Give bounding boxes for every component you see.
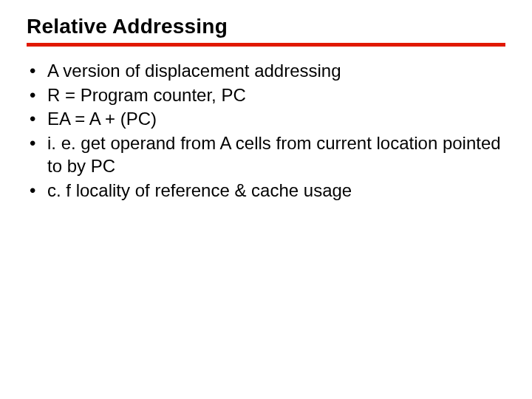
list-item: A version of displacement addressing <box>27 60 505 83</box>
list-item-text: EA = A + (PC) <box>47 109 157 129</box>
list-item-text: R = Program counter, PC <box>47 85 246 105</box>
slide: Relative Addressing A version of displac… <box>0 0 532 399</box>
title-underline <box>27 43 505 47</box>
slide-title: Relative Addressing <box>27 15 505 38</box>
list-item: c. f locality of reference & cache usage <box>27 180 505 202</box>
list-item: i. e. get operand from A cells from curr… <box>27 132 505 177</box>
list-item-text: A version of displacement addressing <box>47 61 341 81</box>
list-item-text: c. f locality of reference & cache usage <box>47 180 352 200</box>
list-item: R = Program counter, PC <box>27 84 505 107</box>
list-item-text: i. e. get operand from A cells from curr… <box>47 133 501 176</box>
bullet-list: A version of displacement addressing R =… <box>27 60 505 202</box>
list-item: EA = A + (PC) <box>27 108 505 131</box>
